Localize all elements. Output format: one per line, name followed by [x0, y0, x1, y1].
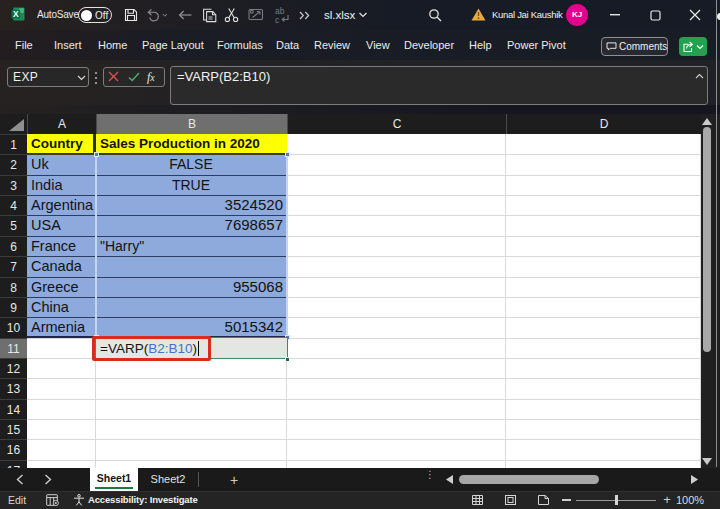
svg-text:X: X [13, 9, 19, 19]
svg-text:c: c [275, 15, 280, 24]
